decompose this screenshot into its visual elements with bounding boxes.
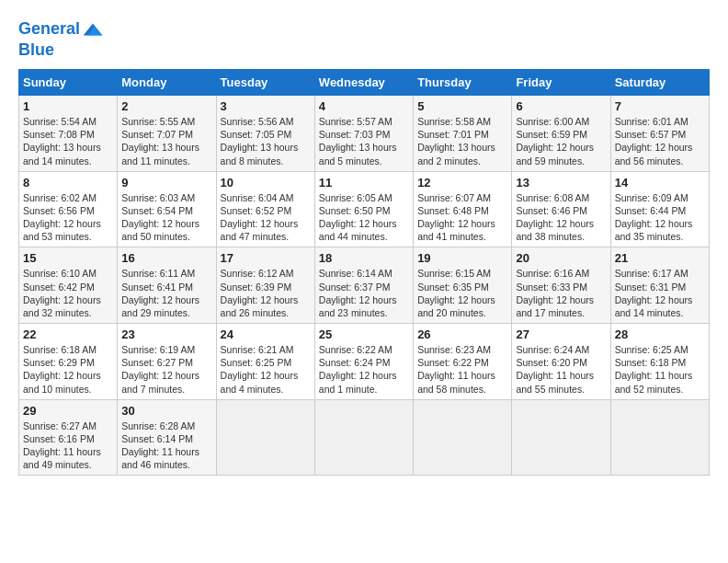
weekday-header-cell: Monday [118,70,216,96]
weekday-header-cell: Sunday [19,70,118,96]
day-info: Sunrise: 5:54 AM Sunset: 7:08 PM Dayligh… [23,115,113,167]
day-number: 15 [23,251,113,265]
calendar-cell: 16 Sunrise: 6:11 AM Sunset: 6:41 PM Dayl… [118,247,216,324]
calendar-week-row: 1 Sunrise: 5:54 AM Sunset: 7:08 PM Dayli… [19,96,710,172]
day-number: 22 [23,327,113,341]
calendar-cell: 30 Sunrise: 6:28 AM Sunset: 6:14 PM Dayl… [118,399,216,476]
calendar-cell: 24 Sunrise: 6:21 AM Sunset: 6:25 PM Dayl… [216,324,314,400]
logo-text: General [18,20,80,39]
day-number: 5 [417,99,507,113]
day-info: Sunrise: 6:01 AM Sunset: 6:57 PM Dayligh… [615,115,705,167]
day-info: Sunrise: 6:09 AM Sunset: 6:44 PM Dayligh… [615,191,705,244]
day-info: Sunrise: 6:10 AM Sunset: 6:42 PM Dayligh… [23,267,113,319]
calendar-cell: 20 Sunrise: 6:16 AM Sunset: 6:33 PM Dayl… [512,247,610,324]
day-info: Sunrise: 6:17 AM Sunset: 6:31 PM Dayligh… [615,267,705,319]
day-number: 10 [221,176,311,190]
day-number: 29 [23,404,113,418]
weekday-header-row: SundayMondayTuesdayWednesdayThursdayFrid… [19,70,710,96]
calendar-cell [314,399,413,476]
day-number: 19 [417,251,507,265]
day-number: 13 [516,176,606,190]
calendar-table: SundayMondayTuesdayWednesdayThursdayFrid… [18,69,710,476]
day-number: 17 [221,251,311,265]
calendar-cell: 6 Sunrise: 6:00 AM Sunset: 6:59 PM Dayli… [512,96,610,172]
page-header: General Blue [18,18,710,60]
calendar-cell: 14 Sunrise: 6:09 AM Sunset: 6:44 PM Dayl… [610,171,709,247]
calendar-cell: 18 Sunrise: 6:14 AM Sunset: 6:37 PM Dayl… [314,247,413,324]
day-number: 16 [121,251,211,265]
day-info: Sunrise: 6:27 AM Sunset: 6:16 PM Dayligh… [23,419,113,472]
calendar-cell [512,399,610,476]
day-info: Sunrise: 6:15 AM Sunset: 6:35 PM Dayligh… [417,267,507,319]
day-number: 20 [516,251,606,265]
day-info: Sunrise: 6:07 AM Sunset: 6:48 PM Dayligh… [417,191,507,244]
day-info: Sunrise: 5:58 AM Sunset: 7:01 PM Dayligh… [417,115,507,167]
calendar-cell: 9 Sunrise: 6:03 AM Sunset: 6:54 PM Dayli… [118,171,216,247]
calendar-cell: 25 Sunrise: 6:22 AM Sunset: 6:24 PM Dayl… [314,324,413,400]
day-info: Sunrise: 6:28 AM Sunset: 6:14 PM Dayligh… [121,419,211,472]
day-number: 3 [221,99,311,113]
day-number: 24 [221,327,311,341]
calendar-cell: 15 Sunrise: 6:10 AM Sunset: 6:42 PM Dayl… [19,247,118,324]
day-number: 26 [417,327,507,341]
day-info: Sunrise: 6:02 AM Sunset: 6:56 PM Dayligh… [23,191,113,244]
day-info: Sunrise: 6:05 AM Sunset: 6:50 PM Dayligh… [319,191,409,244]
calendar-cell: 10 Sunrise: 6:04 AM Sunset: 6:52 PM Dayl… [216,171,314,247]
day-number: 1 [23,99,113,113]
day-info: Sunrise: 6:14 AM Sunset: 6:37 PM Dayligh… [319,267,409,319]
calendar-cell: 8 Sunrise: 6:02 AM Sunset: 6:56 PM Dayli… [19,171,118,247]
day-number: 4 [319,99,409,113]
calendar-cell: 19 Sunrise: 6:15 AM Sunset: 6:35 PM Dayl… [414,247,512,324]
calendar-cell: 3 Sunrise: 5:56 AM Sunset: 7:05 PM Dayli… [216,96,314,172]
day-info: Sunrise: 6:23 AM Sunset: 6:22 PM Dayligh… [417,343,507,396]
day-number: 6 [516,99,606,113]
day-number: 21 [615,251,705,265]
day-info: Sunrise: 6:19 AM Sunset: 6:27 PM Dayligh… [121,343,211,396]
calendar-week-row: 29 Sunrise: 6:27 AM Sunset: 6:16 PM Dayl… [19,399,710,476]
day-number: 11 [319,176,409,190]
calendar-cell: 29 Sunrise: 6:27 AM Sunset: 6:16 PM Dayl… [19,399,118,476]
calendar-cell: 23 Sunrise: 6:19 AM Sunset: 6:27 PM Dayl… [118,324,216,400]
calendar-cell: 28 Sunrise: 6:25 AM Sunset: 6:18 PM Dayl… [610,324,709,400]
calendar-week-row: 15 Sunrise: 6:10 AM Sunset: 6:42 PM Dayl… [19,247,710,324]
calendar-week-row: 22 Sunrise: 6:18 AM Sunset: 6:29 PM Dayl… [19,324,710,400]
calendar-cell: 26 Sunrise: 6:23 AM Sunset: 6:22 PM Dayl… [414,324,512,400]
calendar-cell: 22 Sunrise: 6:18 AM Sunset: 6:29 PM Dayl… [19,324,118,400]
day-number: 14 [615,176,705,190]
calendar-cell: 13 Sunrise: 6:08 AM Sunset: 6:46 PM Dayl… [512,171,610,247]
day-info: Sunrise: 5:56 AM Sunset: 7:05 PM Dayligh… [221,115,311,167]
weekday-header-cell: Friday [512,70,610,96]
calendar-cell: 17 Sunrise: 6:12 AM Sunset: 6:39 PM Dayl… [216,247,314,324]
calendar-week-row: 8 Sunrise: 6:02 AM Sunset: 6:56 PM Dayli… [19,171,710,247]
day-number: 9 [121,176,211,190]
day-info: Sunrise: 6:21 AM Sunset: 6:25 PM Dayligh… [221,343,311,396]
calendar-cell [414,399,512,476]
calendar-cell: 5 Sunrise: 5:58 AM Sunset: 7:01 PM Dayli… [414,96,512,172]
calendar-cell: 4 Sunrise: 5:57 AM Sunset: 7:03 PM Dayli… [314,96,413,172]
calendar-body: 1 Sunrise: 5:54 AM Sunset: 7:08 PM Dayli… [19,96,710,476]
day-number: 25 [319,327,409,341]
day-number: 7 [615,99,705,113]
day-number: 27 [516,327,606,341]
day-number: 23 [121,327,211,341]
calendar-cell: 27 Sunrise: 6:24 AM Sunset: 6:20 PM Dayl… [512,324,610,400]
calendar-cell: 21 Sunrise: 6:17 AM Sunset: 6:31 PM Dayl… [610,247,709,324]
calendar-cell: 7 Sunrise: 6:01 AM Sunset: 6:57 PM Dayli… [610,96,709,172]
calendar-cell: 1 Sunrise: 5:54 AM Sunset: 7:08 PM Dayli… [19,96,118,172]
day-number: 18 [319,251,409,265]
day-info: Sunrise: 6:12 AM Sunset: 6:39 PM Dayligh… [221,267,311,319]
calendar-cell: 12 Sunrise: 6:07 AM Sunset: 6:48 PM Dayl… [414,171,512,247]
weekday-header-cell: Wednesday [314,70,413,96]
day-info: Sunrise: 6:18 AM Sunset: 6:29 PM Dayligh… [23,343,113,396]
day-number: 30 [121,404,211,418]
calendar-cell: 11 Sunrise: 6:05 AM Sunset: 6:50 PM Dayl… [314,171,413,247]
day-info: Sunrise: 6:11 AM Sunset: 6:41 PM Dayligh… [121,267,211,319]
day-info: Sunrise: 6:22 AM Sunset: 6:24 PM Dayligh… [319,343,409,396]
day-number: 2 [121,99,211,113]
weekday-header-cell: Saturday [610,70,709,96]
day-info: Sunrise: 5:55 AM Sunset: 7:07 PM Dayligh… [121,115,211,167]
day-number: 28 [615,327,705,341]
calendar-cell: 2 Sunrise: 5:55 AM Sunset: 7:07 PM Dayli… [118,96,216,172]
logo-icon [82,18,104,40]
day-info: Sunrise: 6:04 AM Sunset: 6:52 PM Dayligh… [221,191,311,244]
